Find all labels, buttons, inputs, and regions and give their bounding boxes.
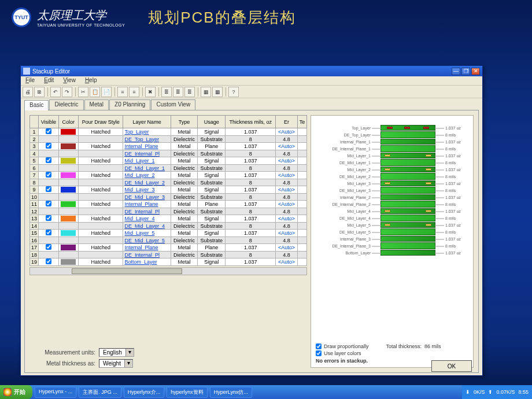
layer-name[interactable]: DE_Mid_Layer_3 <box>123 194 171 201</box>
pour-draw-style[interactable]: Hatched <box>78 201 123 208</box>
layer-name[interactable]: Mid_Layer_3 <box>123 186 171 194</box>
layer-type[interactable]: Metal <box>171 244 197 252</box>
layer-usage[interactable]: Substrate <box>198 179 226 186</box>
add-above-icon[interactable]: ≡ <box>117 87 128 97</box>
er[interactable]: <Auto> <box>276 157 298 165</box>
horizontal-scrollbar[interactable] <box>29 267 307 275</box>
te[interactable] <box>297 179 306 186</box>
taskbar-item[interactable]: Hyperlynx介... <box>124 387 165 398</box>
tab-custom[interactable]: Custom View <box>151 99 195 110</box>
pour-draw-style[interactable] <box>78 136 123 143</box>
er[interactable]: 4.8 <box>276 150 298 157</box>
color-swatch[interactable] <box>61 158 76 164</box>
visible-checkbox[interactable] <box>46 244 51 250</box>
layer-name[interactable]: DE_Mid_Layer_5 <box>123 237 171 244</box>
thickness[interactable]: 1.037 <box>226 244 276 252</box>
table-row[interactable]: 19HatchedBottom_LayerMetalSignal1.037<Au… <box>30 258 307 266</box>
table-row[interactable]: 18DE_Internal_PlDielectricSubstrate84.8 <box>30 252 307 258</box>
system-tray[interactable]: ⬇0K/S ⬆0.07K/S 8:55 <box>462 385 532 399</box>
row-header[interactable]: 12 <box>30 208 39 215</box>
te[interactable] <box>297 157 306 165</box>
grid1-icon[interactable]: ▦ <box>201 87 211 97</box>
color-swatch[interactable] <box>61 230 76 236</box>
te[interactable] <box>297 215 306 223</box>
align-center-icon[interactable]: ≣ <box>173 87 183 97</box>
layer-type[interactable]: Metal <box>171 143 197 150</box>
thickness[interactable]: 8 <box>226 179 276 186</box>
align-right-icon[interactable]: ≣ <box>184 87 195 97</box>
menu-file[interactable]: File <box>21 76 39 85</box>
color-swatch[interactable] <box>61 259 76 265</box>
pour-draw-style[interactable]: Hatched <box>78 230 123 237</box>
thickness[interactable]: 1.037 <box>226 258 276 266</box>
print-icon[interactable]: 🖨 <box>23 87 33 97</box>
visible-checkbox[interactable] <box>46 186 51 192</box>
layer-type[interactable]: Metal <box>171 186 197 194</box>
layer-usage[interactable]: Substrate <box>198 237 226 244</box>
te[interactable] <box>297 230 306 237</box>
table-row[interactable]: 15HatchedMid_Layer_5MetalSignal1.037<Aut… <box>30 230 307 237</box>
col-header[interactable]: Thickness mils, oz <box>226 116 276 128</box>
te[interactable] <box>297 208 306 215</box>
table-row[interactable]: 12DE_Internal_PlDielectricSubstrate84.8 <box>30 208 307 215</box>
thickness[interactable]: 1.037 <box>226 172 276 179</box>
pour-draw-style[interactable] <box>78 194 123 201</box>
row-header[interactable]: 7 <box>30 172 39 179</box>
tab-basic[interactable]: Basic <box>24 100 49 110</box>
layer-usage[interactable]: Signal <box>198 186 226 194</box>
layer-name[interactable]: Bottom_Layer <box>123 258 171 266</box>
layer-usage[interactable]: Substrate <box>198 165 226 172</box>
taskbar-item[interactable]: HyperLynx - ... <box>35 387 76 398</box>
thickness[interactable]: 1.037 <box>226 186 276 194</box>
menu-help[interactable]: Help <box>80 76 102 85</box>
table-row[interactable]: 6DE_Mid_Layer_1DielectricSubstrate84.8 <box>30 165 307 172</box>
layer-usage[interactable]: Substrate <box>198 208 226 215</box>
pour-draw-style[interactable]: Hatched <box>78 186 123 194</box>
row-header[interactable]: 9 <box>30 186 39 194</box>
pour-draw-style[interactable] <box>78 237 123 244</box>
visible-checkbox[interactable] <box>46 201 51 206</box>
taskbar-item[interactable]: hyperlynx资料 <box>167 387 208 398</box>
layer-usage[interactable]: Plane <box>198 143 226 150</box>
layer-usage[interactable]: Substrate <box>198 136 226 143</box>
measurement-units-combo[interactable]: English▾ <box>99 348 134 357</box>
te[interactable] <box>297 258 306 266</box>
table-row[interactable]: 5HatchedMid_Layer_1MetalSignal1.037<Auto… <box>30 157 307 165</box>
er[interactable]: <Auto> <box>276 186 298 194</box>
titlebar[interactable]: Stackup Editor — ❐ ✕ <box>21 66 482 76</box>
visible-checkbox[interactable] <box>46 128 51 134</box>
color-swatch[interactable] <box>61 143 76 149</box>
layer-type[interactable]: Dielectric <box>171 223 197 230</box>
layer-name[interactable]: Mid_Layer_2 <box>123 172 171 179</box>
table-row[interactable]: 9HatchedMid_Layer_3MetalSignal1.037<Auto… <box>30 186 307 194</box>
te[interactable] <box>297 237 306 244</box>
thickness[interactable]: 1.037 <box>226 128 276 136</box>
pour-draw-style[interactable]: Hatched <box>78 157 123 165</box>
pour-draw-style[interactable]: Hatched <box>78 244 123 252</box>
layer-name[interactable]: DE_Internal_Pl <box>123 252 171 258</box>
visible-checkbox[interactable] <box>46 215 51 221</box>
align-left-icon[interactable]: ≣ <box>161 87 172 97</box>
row-header[interactable]: 10 <box>30 194 39 201</box>
col-header[interactable]: Te <box>297 116 306 128</box>
er[interactable]: 4.8 <box>276 165 298 172</box>
er[interactable]: <Auto> <box>276 244 298 252</box>
tab-z0[interactable]: Z0 Planning <box>109 99 150 110</box>
draw-prop-checkbox[interactable] <box>316 343 322 349</box>
color-swatch[interactable] <box>61 187 76 193</box>
layer-usage[interactable]: Plane <box>198 244 226 252</box>
close-button[interactable]: ✕ <box>471 68 480 75</box>
ok-button[interactable]: OK <box>431 360 472 372</box>
er[interactable]: 4.8 <box>276 237 298 244</box>
er[interactable]: <Auto> <box>276 230 298 237</box>
er[interactable]: <Auto> <box>276 128 298 136</box>
pour-draw-style[interactable] <box>78 150 123 157</box>
row-header[interactable]: 18 <box>30 252 39 258</box>
thickness[interactable]: 1.037 <box>226 157 276 165</box>
thickness[interactable]: 1.037 <box>226 215 276 223</box>
layer-name[interactable]: Internal_Plane <box>123 201 171 208</box>
table-row[interactable]: 1HatchedTop_LayerMetalSignal1.037<Auto> <box>30 128 307 136</box>
pour-draw-style[interactable] <box>78 252 123 258</box>
layer-type[interactable]: Dielectric <box>171 194 197 201</box>
te[interactable] <box>297 128 306 136</box>
